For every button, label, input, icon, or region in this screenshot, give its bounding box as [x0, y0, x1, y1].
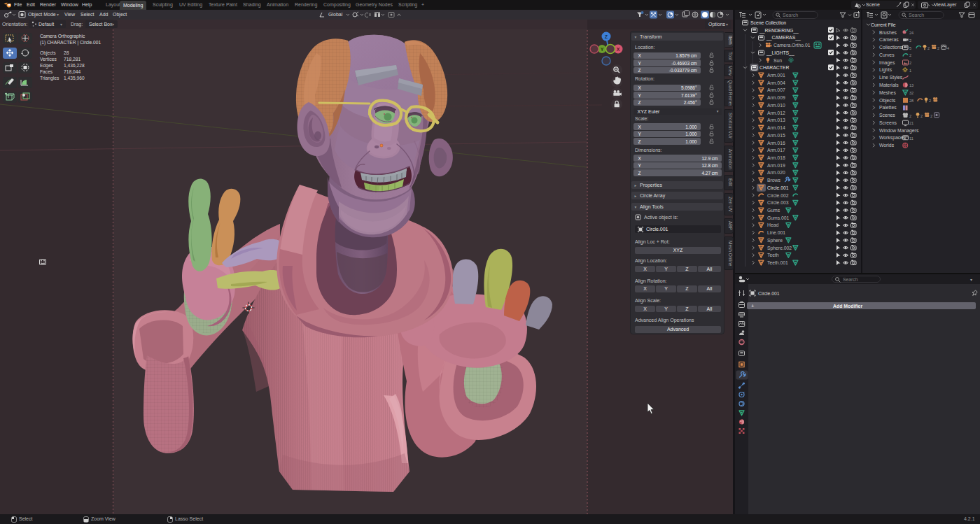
svg-text:Objects: Objects [879, 98, 896, 104]
svg-text:13: 13 [909, 83, 913, 87]
svg-text:Arm.004: Arm.004 [767, 80, 785, 85]
svg-text:11: 11 [909, 136, 913, 141]
svg-text:Window Managers: Window Managers [879, 128, 919, 134]
svg-text:Arm.009: Arm.009 [767, 95, 785, 100]
svg-text:Images: Images [879, 60, 895, 66]
svg-text:21: 21 [909, 121, 913, 125]
svg-text:4: 4 [947, 46, 949, 50]
svg-text:Teeth.001: Teeth.001 [767, 260, 788, 265]
svg-text:Sun: Sun [774, 58, 782, 63]
svg-text:Brushes: Brushes [879, 30, 897, 35]
svg-text:Arm.016: Arm.016 [767, 141, 785, 146]
svg-text:Brows: Brows [767, 178, 780, 183]
svg-text:Y: Y [601, 47, 604, 52]
svg-text:Lights: Lights [879, 67, 892, 73]
svg-text:Cameras: Cameras [879, 37, 899, 42]
svg-text:Scene Collection: Scene Collection [750, 20, 786, 25]
svg-text:Circle.002: Circle.002 [767, 193, 789, 198]
svg-text:Workspaces: Workspaces [879, 135, 906, 141]
svg-text:CHARACTER: CHARACTER [760, 65, 789, 70]
svg-text:Curves: Curves [879, 52, 895, 57]
svg-text:32: 32 [909, 91, 913, 95]
svg-text:Z: Z [605, 34, 608, 39]
svg-text:2: 2 [937, 46, 939, 50]
svg-text:Circle.001: Circle.001 [767, 185, 789, 190]
svg-text:Arm.017: Arm.017 [767, 148, 785, 153]
svg-text:__RENDERING__: __RENDERING__ [759, 28, 799, 34]
svg-text:2: 2 [909, 61, 911, 65]
svg-text:Sphere.002: Sphere.002 [767, 246, 792, 251]
svg-text:2: 2 [929, 99, 931, 103]
svg-text:Arm.001: Arm.001 [767, 73, 785, 78]
svg-text:Arm.020: Arm.020 [767, 170, 785, 175]
svg-text:1: 1 [909, 69, 911, 73]
svg-text:Arm.012: Arm.012 [767, 111, 785, 115]
svg-text:Teeth: Teeth [767, 253, 779, 257]
svg-text:Palettes: Palettes [879, 105, 897, 110]
svg-text:Worlds: Worlds [879, 143, 895, 148]
svg-text:Arm.007: Arm.007 [767, 87, 785, 92]
svg-text:__CAMERAS__: __CAMERAS__ [766, 35, 801, 41]
svg-text:Head: Head [767, 222, 778, 227]
svg-text:Screens: Screens [879, 120, 897, 125]
svg-text:2: 2 [909, 38, 911, 43]
svg-text:Sphere: Sphere [767, 238, 783, 243]
svg-text:2: 2 [909, 114, 911, 118]
svg-text:2: 2 [930, 114, 932, 118]
svg-text:2: 2 [927, 46, 930, 50]
svg-text:Gums: Gums [767, 208, 780, 213]
svg-text:Line.001: Line.001 [767, 230, 785, 235]
svg-text:24: 24 [909, 31, 913, 35]
svg-text:Arm.018: Arm.018 [767, 155, 785, 160]
svg-text:Gums.001: Gums.001 [767, 215, 790, 220]
svg-text:X: X [617, 47, 620, 52]
svg-text:Line Styles: Line Styles [879, 75, 903, 80]
svg-text:Arm.019: Arm.019 [767, 163, 785, 168]
svg-text:Circle.003: Circle.003 [767, 200, 789, 205]
svg-text:Scenes: Scenes [879, 113, 895, 118]
svg-text:Camera.Ortho.01: Camera.Ortho.01 [774, 43, 811, 48]
svg-text:5: 5 [909, 46, 911, 50]
svg-text:__LIGHTS__: __LIGHTS__ [766, 50, 794, 56]
svg-text:Arm.015: Arm.015 [767, 133, 785, 138]
svg-text:2: 2 [920, 114, 923, 118]
svg-text:Collections: Collections [879, 45, 903, 50]
svg-text:Meshes: Meshes [879, 90, 896, 95]
svg-text:Current File: Current File [871, 22, 896, 27]
svg-text:Materials: Materials [879, 83, 899, 87]
svg-text:Arm.010: Arm.010 [767, 103, 785, 108]
svg-text:2: 2 [909, 53, 911, 57]
svg-text:Arm.013: Arm.013 [767, 118, 785, 122]
svg-text:28: 28 [909, 99, 913, 103]
svg-text:Arm.014: Arm.014 [767, 125, 785, 130]
